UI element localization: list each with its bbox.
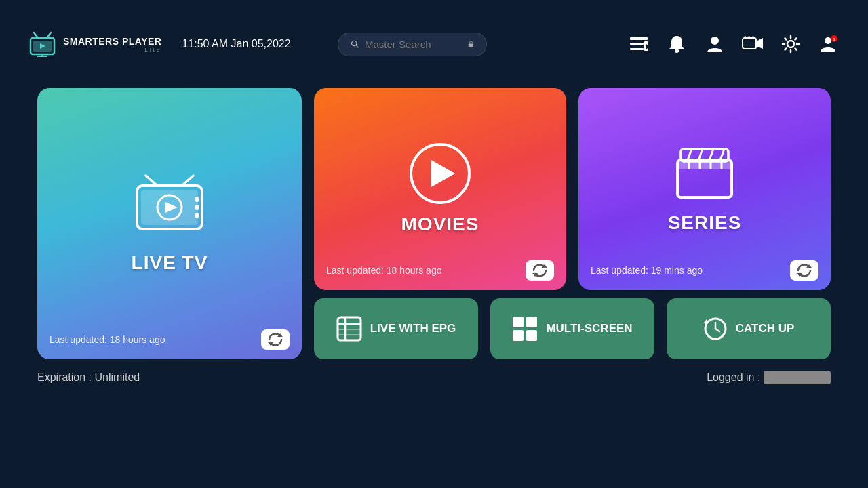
svg-line-47 [698,149,703,160]
svg-rect-9 [468,44,473,47]
settings-icon [781,35,800,54]
account-button[interactable]: 1 [816,32,841,56]
catch-up-label: CATCH UP [736,322,795,336]
catch-up-icon [703,317,728,341]
refresh-icon [268,333,283,346]
live-epg-card[interactable]: LIVE WITH EPG [314,298,478,359]
svg-rect-11 [630,43,644,45]
svg-line-63 [715,329,719,331]
series-icon [674,145,735,203]
logged-in-area: Logged in : •••••••• [707,371,831,384]
svg-line-27 [182,176,193,186]
svg-line-26 [146,176,157,186]
svg-line-8 [357,45,359,47]
playlist-button[interactable] [627,32,651,56]
notification-icon [668,35,686,54]
live-tv-updated: Last updated: 18 hours ago [50,334,165,345]
catch-up-card[interactable]: CATCH UP [667,298,831,359]
notification-button[interactable] [665,32,689,56]
movies-card[interactable]: MOVIES Last updated: 18 hours ago [314,88,566,290]
live-tv-refresh-button[interactable] [261,329,290,350]
logged-in-value: •••••••• [764,371,831,384]
svg-rect-34 [195,213,199,218]
logo-text-block: SMARTERS PLAYER Lite [63,36,161,53]
svg-line-48 [709,149,713,160]
svg-rect-17 [743,38,756,49]
series-refresh-button[interactable] [790,260,818,281]
expiration-value: Unlimited [95,371,140,383]
lock-icon [467,39,475,49]
live-epg-label: LIVE WITH EPG [370,322,456,336]
expiration-area: Expiration : Unlimited [37,371,140,384]
svg-rect-58 [526,317,537,327]
search-input[interactable] [365,39,462,50]
refresh-icon [532,264,547,277]
multi-screen-icon [512,316,538,342]
search-bar[interactable] [338,33,487,56]
movies-play-circle [410,143,471,204]
live-tv-card[interactable]: LIVE TV Last updated: 18 hours ago [37,88,302,359]
playlist-icon [629,35,649,54]
svg-rect-33 [195,205,199,210]
svg-rect-10 [630,37,648,40]
svg-rect-12 [630,48,644,50]
right-column: MOVIES Last updated: 18 hours ago [314,88,831,359]
svg-rect-57 [513,317,524,327]
svg-line-46 [688,149,692,160]
main-content: LIVE TV Last updated: 18 hours ago [0,88,868,359]
logo-main-text: SMARTERS PLAYER [63,36,161,47]
multi-screen-label: MULTI-SCREEN [546,322,632,336]
live-tv-label: LIVE TV [132,252,208,274]
svg-rect-59 [513,330,524,341]
header: SMARTERS PLAYER Lite 11:50 AM Jan 05,202… [0,0,868,88]
movies-updated: Last updated: 18 hours ago [326,265,441,276]
svg-point-22 [787,41,794,47]
svg-marker-18 [756,38,763,49]
expiration-label: Expiration : [37,371,92,383]
footer: Expiration : Unlimited Logged in : •••••… [0,359,868,384]
series-updated: Last updated: 19 mins ago [591,265,703,276]
logo-tv-icon [27,31,58,57]
series-card[interactable]: SERIES Last updated: 19 mins ago [578,88,831,290]
bottom-row: LIVE WITH EPG MULTI-SCREEN [314,298,831,359]
series-footer: Last updated: 19 mins ago [578,251,831,290]
svg-text:1: 1 [833,37,835,42]
logo-sub-text: Lite [63,47,161,53]
svg-point-16 [711,37,719,45]
video-button[interactable] [741,32,765,56]
movies-refresh-button[interactable] [526,260,554,281]
svg-point-23 [825,37,831,44]
logo-area: SMARTERS PLAYER Lite [27,31,161,57]
live-tv-footer: Last updated: 18 hours ago [37,320,302,359]
svg-rect-52 [338,317,361,340]
logged-in-label: Logged in : [707,371,760,383]
header-icons: 1 [627,32,841,56]
user-icon [706,35,724,54]
series-label: SERIES [668,212,742,234]
video-icon [742,35,764,53]
settings-button[interactable] [778,32,803,56]
multi-screen-card[interactable]: MULTI-SCREEN [490,298,654,359]
svg-line-49 [720,149,724,160]
datetime-display: 11:50 AM Jan 05,2022 [182,38,317,50]
svg-point-15 [675,49,679,53]
movies-label: MOVIES [401,214,479,235]
user-button[interactable] [703,32,727,56]
account-icon: 1 [819,35,838,54]
refresh-icon [797,264,812,277]
live-epg-icon [336,316,362,342]
live-tv-icon [129,174,210,241]
svg-rect-32 [195,197,199,202]
search-icon [351,39,359,49]
svg-rect-60 [526,330,537,341]
movies-play-triangle [431,160,455,187]
top-cards: MOVIES Last updated: 18 hours ago [314,88,831,290]
top-row: LIVE TV Last updated: 18 hours ago [37,88,831,359]
movies-footer: Last updated: 18 hours ago [314,251,566,290]
